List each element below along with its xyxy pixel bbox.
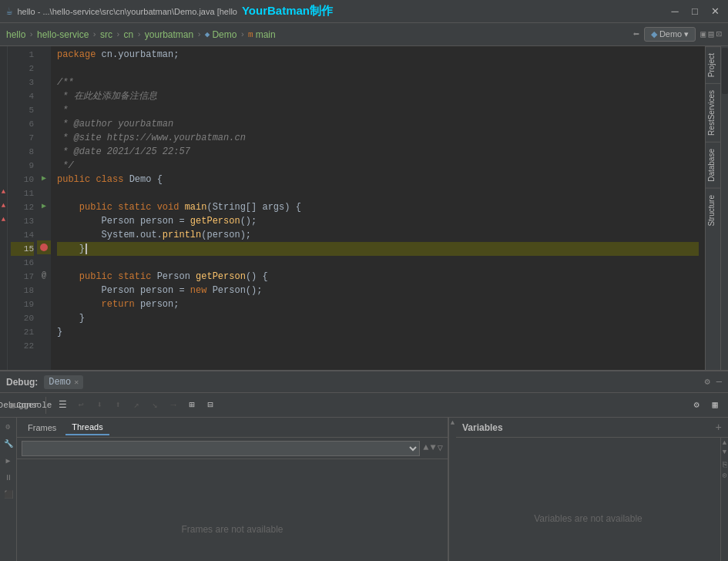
debug-minimize-button[interactable]: ─ [716,377,722,388]
sidebar-database-tab[interactable]: Database [706,142,720,188]
frames-scrollbar[interactable]: ▲ ▼ [448,418,456,561]
step-into-button[interactable]: ↘ [146,397,163,414]
nav-main[interactable]: m main [248,29,276,40]
nav-hello[interactable]: hello [6,29,25,40]
nav-hello-service[interactable]: hello-service [37,29,89,40]
debug-content: ⚙ 🔧 ▶ ⏸ ⬛ ⊕ Frames Threads ▲ ▼ ▽ Fram [0,418,728,561]
debug-layout-button[interactable]: ▦ [706,397,723,414]
variables-title: Variables [462,422,503,433]
debug-icon-2[interactable]: 🔧 [2,438,15,450]
title-text: hello - ...\hello-service\src\cn\yourbat… [17,7,237,16]
run-cursor-button[interactable]: → [165,397,182,414]
step-over-button[interactable]: ↗ [128,397,145,414]
gutter-markers: ▶ ▶ @ [37,46,51,370]
var-inspect-icon[interactable]: ⊙ [722,471,726,480]
frames-toolbar: ▲ ▼ ▽ [17,438,448,459]
nav-cn[interactable]: cn [124,29,134,40]
scroll-up-icon[interactable]: ▲ [423,442,428,454]
console-tab-button[interactable]: ▣ Console [22,397,39,414]
var-copy-icon[interactable]: ⎘ [723,461,727,469]
code-editor[interactable]: package cn.yourbatman; /** * 在此处添加备注信息 *… [51,46,705,370]
line-numbers: 1 2 3 4 5 6 7 8 9 10 11 12 13 14 15 16 1… [8,46,37,370]
sidebar-restservices-tab[interactable]: RestServices [706,83,720,142]
debug-icon-4[interactable]: ⏸ [2,472,15,484]
variables-scroll-controls: ▲ ▼ ⎘ ⊙ [722,439,726,561]
minimize-button[interactable]: ─ [668,5,682,18]
debug-icon-3[interactable]: ▶ [2,455,15,467]
frames-tab-threads[interactable]: Threads [65,420,109,435]
frames-tab-frames[interactable]: Frames [22,421,62,435]
debug-icon-1[interactable]: ⚙ [2,421,15,433]
nav-yourbatman[interactable]: yourbatman [145,29,193,40]
nav-bar: hello › hello-service › src › cn › yourb… [0,23,728,46]
variables-header: Variables + [456,418,728,438]
nav-backward-icon[interactable]: ⬅ [632,28,639,41]
session-close-icon[interactable]: ✕ [74,378,79,387]
resume-button[interactable]: ⬆ [109,397,126,414]
debug-left-icons: ⚙ 🔧 ▶ ⏸ ⬛ ⊕ [0,418,17,561]
evaluate-button[interactable]: ⊞ [183,397,200,414]
app-icon: ☕ [6,5,12,18]
nav-src[interactable]: src [100,29,112,40]
nav-demo-file[interactable]: ◆ Demo [205,29,237,40]
editor-scrollbar[interactable] [720,46,728,370]
debug-panel: Debug: Demo ✕ ⚙ ─ 🐛 Debugger ▣ Console ☰… [0,370,728,561]
stop-button[interactable]: ⬇ [91,397,108,414]
sidebar-project-tab[interactable]: Project [706,46,720,83]
scroll-up-arrow[interactable]: ▲ [451,419,455,427]
frames-tabs: Frames Threads [17,418,448,438]
add-variable-button[interactable]: + [716,422,722,434]
frames-pane: Frames Threads ▲ ▼ ▽ Frames are not avai… [17,418,448,561]
var-scroll-up[interactable]: ▲ [723,439,726,447]
error-gutter: ▲ ▲ ▲ [0,46,8,370]
menu-icon-button[interactable]: ☰ [54,397,71,414]
var-scroll-down[interactable]: ▼ [723,448,726,456]
debug-header: Debug: Demo ✕ ⚙ ─ [0,371,728,393]
title-brand: YourBatman制作 [242,4,333,18]
variables-scrollbar[interactable]: ▲ ▼ ⎘ ⊙ [720,438,728,561]
variables-pane: Variables + Variables are not available … [456,418,728,561]
debug-toolbar: 🐛 Debugger ▣ Console ☰ ↩ ⬇ ⬆ ↗ ↘ → ⊞ ⊟ ⚙… [0,393,728,418]
close-button[interactable]: ✕ [708,5,722,18]
debug-settings-button[interactable]: ⚙ [705,376,710,388]
variables-empty-message: Variables are not available [456,438,720,561]
maximize-button[interactable]: □ [688,5,702,18]
title-bar: ☕ hello - ...\hello-service\src\cn\yourb… [0,0,728,23]
sidebar-structure-tab[interactable]: Structure [706,188,720,233]
scroll-down-icon[interactable]: ▼ [431,442,436,454]
right-sidebar: Project RestServices Database Structure [705,46,720,370]
debug-icon-5[interactable]: ⬛ [2,489,15,501]
session-label: Demo [49,377,71,388]
frames-empty-message: Frames are not available [17,459,448,561]
thread-dropdown[interactable] [22,441,420,456]
debug-toolbar-settings[interactable]: ⚙ [688,397,705,414]
debug-title: Debug: [6,377,38,388]
debug-session-tab[interactable]: Demo ✕ [44,375,83,389]
editor-area: ▲ ▲ ▲ 1 2 3 4 5 6 7 8 9 10 11 12 13 14 1… [0,46,728,370]
watch-button[interactable]: ⊟ [202,397,219,414]
demo-run-button[interactable]: ◆ Demo ▾ [644,27,696,42]
filter-icon[interactable]: ▽ [438,442,443,454]
rerun-button[interactable]: ↩ [72,397,89,414]
run-config-icons: ▣▤⊡ [700,29,722,40]
